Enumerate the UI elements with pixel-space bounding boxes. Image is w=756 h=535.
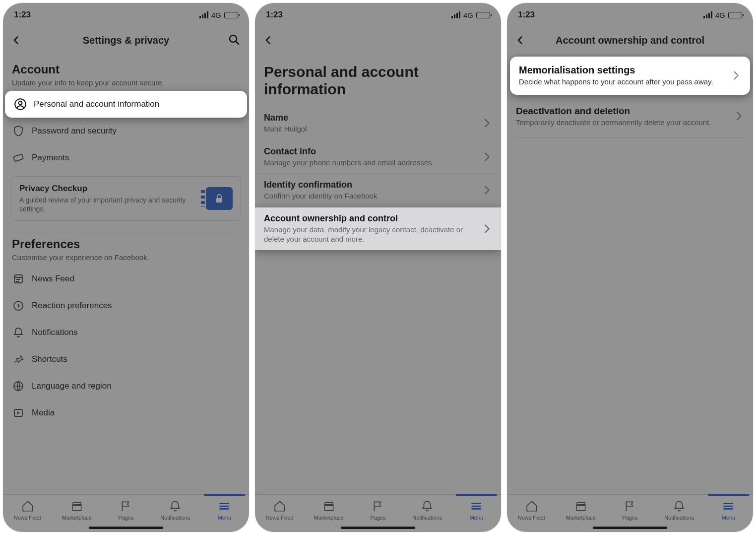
search-icon <box>228 34 240 46</box>
chevron-right-icon <box>481 185 492 196</box>
row-name[interactable]: Name Mahit Huilgol <box>255 107 501 140</box>
tab-pages[interactable]: Pages <box>353 495 402 525</box>
row-label: Language and region <box>32 381 112 391</box>
tab-marketplace[interactable]: Marketplace <box>556 495 605 525</box>
item-title: Deactivation and deletion <box>516 106 728 117</box>
row-contact-info[interactable]: Contact info Manage your phone numbers a… <box>255 140 501 174</box>
row-label: Reaction preferences <box>32 301 112 311</box>
tab-news-feed[interactable]: News Feed <box>3 495 52 525</box>
section-subtitle: Customise your experience on Facebook. <box>12 253 240 262</box>
status-time: 1:23 <box>14 10 31 20</box>
privacy-checkup-subtitle: A guided review of your important privac… <box>19 196 199 213</box>
bell-icon <box>12 326 25 339</box>
search-button[interactable] <box>228 34 241 47</box>
item-subtitle: Temporarily deactivate or permanently de… <box>516 118 728 128</box>
tab-label: News Feed <box>518 515 546 521</box>
tab-news-feed[interactable]: News Feed <box>255 495 304 525</box>
tab-pages[interactable]: Pages <box>101 495 150 525</box>
row-account-ownership[interactable]: Account ownership and control Manage you… <box>255 207 501 250</box>
network-label: 4G <box>463 11 473 19</box>
row-deactivation-deletion[interactable]: Deactivation and deletion Temporarily de… <box>507 100 753 134</box>
item-subtitle: Confirm your identity on Facebook <box>264 191 476 201</box>
status-bar: 1:23 4G <box>3 3 249 27</box>
home-icon <box>273 500 286 513</box>
tab-marketplace[interactable]: Marketplace <box>52 495 101 525</box>
flag-icon <box>372 500 384 513</box>
globe-icon <box>12 380 25 393</box>
item-subtitle: Manage your phone numbers and email addr… <box>264 158 476 168</box>
back-button[interactable] <box>262 34 275 47</box>
privacy-checkup-title: Privacy Checkup <box>19 184 199 194</box>
tab-label: News Feed <box>14 515 42 521</box>
tab-label: Pages <box>622 515 637 521</box>
screen-account-ownership: 1:23 4G Account ownership and control Me… <box>507 3 753 532</box>
item-title: Account ownership and control <box>264 213 476 224</box>
row-label: Password and security <box>32 126 117 136</box>
tab-label: Menu <box>470 515 484 521</box>
store-icon <box>322 500 335 513</box>
signal-icon <box>199 11 208 18</box>
home-indicator <box>593 527 667 529</box>
tab-menu[interactable]: Menu <box>200 495 249 525</box>
signal-icon <box>703 11 712 18</box>
battery-icon <box>476 12 490 18</box>
row-identity-confirmation[interactable]: Identity confirmation Confirm your ident… <box>255 174 501 207</box>
item-title: Memorialisation settings <box>519 65 725 76</box>
row-personal-account-info[interactable]: Personal and account information <box>5 91 247 118</box>
home-icon <box>525 500 538 513</box>
store-icon <box>70 500 83 513</box>
bell-icon <box>673 500 686 513</box>
row-news-feed[interactable]: News Feed <box>3 266 249 292</box>
user-circle-icon <box>14 98 27 111</box>
tab-label: Pages <box>118 515 133 521</box>
row-label: Media <box>32 408 55 418</box>
tab-menu[interactable]: Menu <box>704 495 753 525</box>
row-notifications[interactable]: Notifications <box>3 319 249 346</box>
network-label: 4G <box>211 11 221 19</box>
item-title: Contact info <box>264 146 476 157</box>
tab-label: Menu <box>722 515 736 521</box>
row-label: Notifications <box>32 328 78 337</box>
tab-label: Pages <box>370 515 385 521</box>
tab-label: News Feed <box>266 515 294 521</box>
tab-notifications[interactable]: Notifications <box>151 495 200 525</box>
tab-marketplace[interactable]: Marketplace <box>304 495 353 525</box>
tab-label: Notifications <box>412 515 442 521</box>
chevron-right-icon <box>481 223 492 234</box>
row-reaction-preferences[interactable]: Reaction preferences <box>3 292 249 319</box>
row-label: News Feed <box>32 274 74 284</box>
tab-label: Marketplace <box>62 515 92 521</box>
screen-personal-account-info: 1:23 4G Personal and account information… <box>255 3 501 532</box>
row-payments[interactable]: Payments <box>3 144 249 171</box>
tab-pages[interactable]: Pages <box>605 495 654 525</box>
section-preferences: Preferences Customise your experience on… <box>3 235 249 266</box>
page-title: Settings & privacy <box>3 35 249 46</box>
row-label: Payments <box>32 153 69 163</box>
item-subtitle: Manage your data, modify your legacy con… <box>264 225 476 244</box>
ticket-icon <box>12 151 25 164</box>
network-label: 4G <box>715 11 725 19</box>
tab-label: Notifications <box>160 515 190 521</box>
lock-badge-icon <box>206 187 233 210</box>
row-memorialisation-settings[interactable]: Memorialisation settings Decide what hap… <box>510 57 750 95</box>
shield-icon <box>12 125 25 137</box>
row-shortcuts[interactable]: Shortcuts <box>3 346 249 373</box>
tab-label: Notifications <box>664 515 694 521</box>
tab-notifications[interactable]: Notifications <box>403 495 452 525</box>
item-subtitle: Mahit Huilgol <box>264 124 476 134</box>
row-language-region[interactable]: Language and region <box>3 373 249 400</box>
tab-label: Marketplace <box>314 515 344 521</box>
page-title: Personal and account information <box>255 54 501 107</box>
tab-menu[interactable]: Menu <box>452 495 501 525</box>
tab-notifications[interactable]: Notifications <box>655 495 704 525</box>
section-account: Account Update your info to keep your ac… <box>3 54 249 91</box>
section-title: Account <box>12 63 240 76</box>
privacy-checkup-card[interactable]: Privacy Checkup A guided review of your … <box>11 176 241 221</box>
pin-icon <box>12 353 25 366</box>
svg-point-2 <box>19 101 22 105</box>
row-password-security[interactable]: Password and security <box>3 118 249 144</box>
tab-news-feed[interactable]: News Feed <box>507 495 556 525</box>
row-media[interactable]: Media <box>3 400 249 426</box>
battery-icon <box>224 12 238 18</box>
svg-rect-4 <box>216 198 222 202</box>
